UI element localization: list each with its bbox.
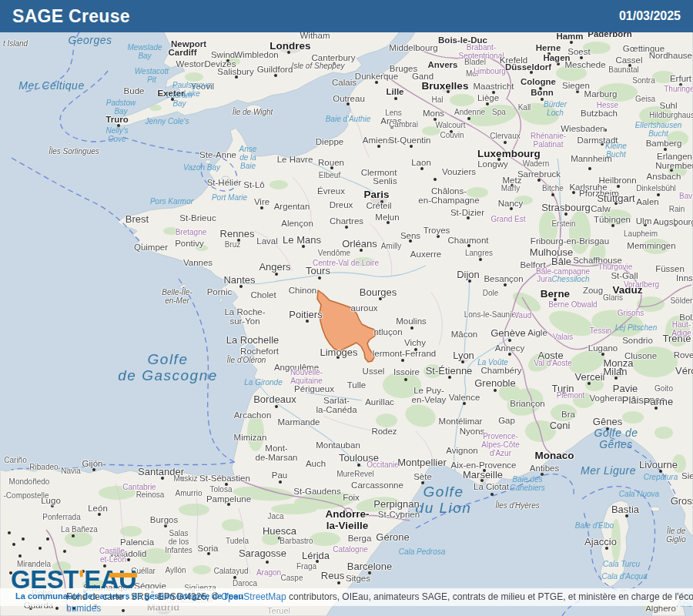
city-dot — [38, 547, 42, 550]
city-dot — [467, 117, 470, 120]
city-dot — [346, 102, 350, 105]
city-dot — [644, 223, 647, 226]
page-title: SAGE Creuse — [12, 6, 130, 27]
city-dot — [494, 389, 497, 392]
city-dot — [659, 470, 662, 473]
city-dot — [274, 74, 277, 77]
city-dot — [400, 512, 403, 515]
city-dot — [463, 402, 466, 405]
city-dot — [171, 98, 174, 101]
city-dot — [450, 130, 453, 133]
city-dot — [357, 464, 360, 467]
city-dot — [379, 297, 382, 300]
city-dot — [490, 493, 494, 496]
city-dot — [611, 224, 614, 227]
city-dot — [368, 571, 371, 574]
city-dot — [664, 148, 667, 151]
city-dot — [468, 280, 471, 283]
city-dot — [414, 348, 417, 351]
city-dot — [480, 479, 484, 482]
map-svg — [0, 32, 693, 616]
city-dot — [55, 607, 59, 610]
zones-humides-link-part2[interactable]: humides — [66, 603, 101, 614]
gesteau-logo-text: GEST'EAU — [11, 565, 136, 594]
city-dot — [237, 239, 240, 242]
city-dot — [625, 514, 628, 517]
city-dot — [617, 185, 620, 188]
city-dot — [278, 537, 281, 540]
city-dot — [275, 273, 278, 276]
city-dot — [510, 207, 513, 210]
guernsey-island — [205, 160, 211, 164]
city-dot — [628, 64, 631, 67]
city-dot — [508, 353, 511, 356]
city-dot — [387, 221, 390, 224]
city-dot — [537, 179, 541, 182]
city-dot — [420, 167, 424, 170]
gesteau-logo: GEST'EAU — [11, 567, 136, 592]
city-dot — [421, 481, 424, 484]
city-dot — [375, 81, 378, 84]
map-canvas[interactable]: t IslandGeorgesMer CeltiqueMewslade BayN… — [0, 32, 693, 616]
city-dot — [287, 51, 290, 54]
city-dot — [679, 83, 682, 86]
city-dot — [377, 145, 380, 148]
header-bar: SAGE Creuse 01/03/2025 — [0, 0, 693, 32]
city-dot — [539, 87, 542, 90]
city-dot — [497, 158, 500, 161]
alderney-island — [220, 153, 224, 156]
city-dot — [551, 193, 554, 196]
city-dot — [260, 206, 263, 209]
city-dot — [434, 178, 437, 181]
city-dot — [554, 298, 557, 301]
city-dot — [135, 541, 138, 544]
city-dot — [530, 71, 533, 74]
city-dot — [588, 167, 591, 170]
city-dot — [279, 480, 282, 484]
city-dot — [46, 537, 49, 541]
city-dot — [235, 75, 238, 79]
city-dot — [605, 547, 608, 550]
city-dot — [541, 98, 544, 101]
logo-orange-bar — [109, 573, 137, 578]
city-dot — [22, 537, 25, 541]
city-dot — [390, 126, 393, 129]
city-dot — [437, 235, 440, 238]
city-dot — [479, 258, 482, 261]
city-dot — [275, 405, 278, 408]
city-dot — [226, 59, 229, 62]
city-dot — [72, 534, 75, 537]
city-dot — [18, 554, 22, 557]
city-dot — [410, 145, 413, 148]
city-dot — [8, 531, 11, 534]
city-dot — [614, 202, 618, 205]
isle-of-wight — [246, 105, 262, 112]
city-dot — [606, 427, 609, 430]
city-dot — [492, 91, 495, 94]
city-dot — [266, 561, 269, 564]
city-dot — [601, 353, 604, 356]
city-dot — [557, 62, 560, 65]
city-dot — [654, 407, 658, 410]
jersey-island — [222, 176, 229, 181]
city-dot — [511, 184, 514, 187]
city-dot — [161, 477, 164, 480]
city-dot — [337, 581, 340, 584]
city-dot — [558, 427, 561, 430]
city-dot — [306, 320, 309, 323]
city-dot — [345, 226, 348, 229]
city-dot — [483, 469, 486, 472]
city-dot — [239, 285, 243, 288]
city-dot — [360, 249, 363, 252]
city-dot — [504, 141, 507, 144]
city-dot — [632, 397, 635, 400]
city-dot — [207, 552, 210, 555]
city-dot — [12, 543, 15, 546]
scilly-island — [74, 145, 76, 147]
city-dot — [461, 360, 464, 363]
city-dot — [127, 558, 130, 561]
city-dot — [576, 90, 579, 93]
attribution-text-line2: humides — [66, 603, 101, 614]
city-dot — [580, 56, 583, 59]
attribution-middle: contributors, OIEau, animateurs SAGE, co… — [286, 591, 693, 602]
